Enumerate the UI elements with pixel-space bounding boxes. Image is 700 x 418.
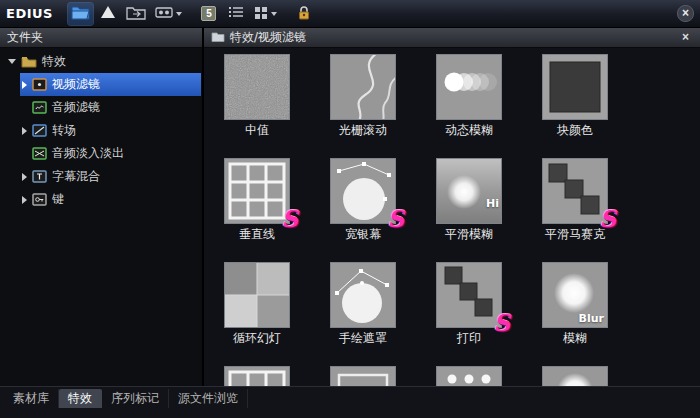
video-filters-icon (32, 78, 47, 91)
folder-icon (211, 31, 225, 45)
transitions-icon (32, 124, 47, 137)
effect-item[interactable]: 块颜色 (522, 55, 628, 159)
open-folder-icon (71, 5, 90, 23)
effect-item[interactable]: S 打印 (416, 263, 522, 367)
lock-icon (297, 5, 311, 23)
folder-export-icon (126, 5, 146, 23)
tree-item-video-filters[interactable]: 视频滤镜 (20, 73, 201, 96)
effect-item[interactable]: Hi 平滑模糊 (416, 159, 522, 263)
effect-item[interactable]: S 宽银幕 (310, 159, 416, 263)
print-effect-thumb[interactable]: S (437, 263, 501, 327)
effect-item[interactable]: S 垂直线 (204, 159, 310, 263)
main-toolbar: EDIUS 5 (0, 0, 700, 28)
folder-panel: 文件夹 特效 视频滤镜 音频 (0, 28, 202, 386)
effects-panel: 特效/视频滤镜 × 中值 光栅滚动 (204, 28, 700, 386)
preset-badge: S (599, 207, 616, 230)
effect-item[interactable] (416, 367, 522, 386)
effect-item[interactable]: Blur 模糊 (522, 263, 628, 367)
effect-thumb-partial[interactable] (225, 367, 289, 386)
stills-icon: 5 (201, 6, 216, 21)
effect-item[interactable]: 动态模糊 (416, 55, 522, 159)
widescreen-effect-thumb[interactable]: S (331, 159, 395, 223)
loop-slide-effect-thumb[interactable] (225, 263, 289, 327)
folder-panel-title: 文件夹 (7, 29, 43, 46)
list-view-button[interactable] (224, 3, 248, 25)
blur-effect-thumb[interactable]: Blur (543, 263, 607, 327)
grid-view-icon (254, 6, 268, 22)
title-mixer-icon (32, 170, 47, 183)
effect-item[interactable]: 循环幻灯 (204, 263, 310, 367)
list-view-icon (228, 6, 244, 21)
effect-label: 平滑马赛克 (545, 226, 605, 243)
expand-triangle-icon[interactable] (8, 59, 16, 64)
effect-label: 中值 (245, 122, 269, 139)
effect-item[interactable] (310, 367, 416, 386)
tab-asset-library[interactable]: 素材库 (4, 389, 59, 408)
panel-close-button[interactable]: × (678, 30, 693, 45)
effects-panel-title: 特效/视频滤镜 (230, 29, 306, 46)
collapse-triangle-icon[interactable] (22, 173, 27, 181)
audio-fade-icon (32, 147, 47, 160)
capture-dropdown-button[interactable] (152, 3, 185, 25)
thumbnail-view-dropdown-button[interactable] (251, 3, 280, 25)
tree-item-label: 音频滤镜 (52, 99, 100, 116)
block-color-effect-thumb[interactable] (543, 55, 607, 119)
effect-item[interactable] (522, 367, 628, 386)
effect-item[interactable] (204, 367, 310, 386)
hand-drawn-mask-effect-thumb[interactable] (331, 263, 395, 327)
tab-sequence-marker[interactable]: 序列标记 (102, 389, 169, 408)
effect-thumb-partial[interactable] (543, 367, 607, 386)
effect-item[interactable]: 中值 (204, 55, 310, 159)
smooth-mosaic-effect-thumb[interactable]: S (543, 159, 607, 223)
effect-item[interactable]: 手绘遮罩 (310, 263, 416, 367)
add-clip-button[interactable] (96, 3, 120, 25)
folder-view-button[interactable] (68, 3, 93, 25)
effect-label: 循环幻灯 (233, 330, 281, 347)
effect-overlay-text: Hi (486, 197, 499, 210)
edius-window: EDIUS 5 (0, 0, 700, 418)
capture-icon (155, 6, 173, 22)
effect-label: 模糊 (563, 330, 587, 347)
audio-filters-icon (32, 101, 47, 114)
export-folder-button[interactable] (123, 3, 149, 25)
motion-blur-effect-thumb[interactable] (437, 55, 501, 119)
tab-source-browser[interactable]: 源文件浏览 (169, 389, 248, 408)
tab-effects[interactable]: 特效 (59, 389, 102, 408)
median-effect-thumb[interactable] (225, 55, 289, 119)
vertical-lines-effect-thumb[interactable]: S (225, 159, 289, 223)
effect-label: 打印 (457, 330, 481, 347)
tree-item-keyers[interactable]: 键 (0, 188, 202, 211)
effects-grid: 中值 光栅滚动 动态模糊 (204, 48, 700, 386)
tree-item-effects[interactable]: 特效 (0, 50, 202, 73)
tree-item-audio-filters[interactable]: 音频滤镜 (0, 96, 202, 119)
tree-item-label: 视频滤镜 (52, 76, 100, 93)
window-close-button[interactable]: × (677, 5, 694, 22)
effect-label: 垂直线 (239, 226, 275, 243)
effect-item[interactable]: 光栅滚动 (310, 55, 416, 159)
effect-label: 手绘遮罩 (339, 330, 387, 347)
tree-item-transitions[interactable]: 转场 (0, 119, 202, 142)
smooth-blur-effect-thumb[interactable]: Hi (437, 159, 501, 223)
bottom-tab-bar: 素材库 特效 序列标记 源文件浏览 (0, 386, 700, 418)
preset-badge: S (387, 207, 404, 230)
tree-item-title-mixers[interactable]: 字幕混合 (0, 165, 202, 188)
effect-label: 块颜色 (557, 122, 593, 139)
raster-scroll-effect-thumb[interactable] (331, 55, 395, 119)
effect-thumb-partial[interactable] (437, 367, 501, 386)
folder-panel-header: 文件夹 (0, 28, 202, 48)
effect-thumb-partial[interactable] (331, 367, 395, 386)
folder-tree: 特效 视频滤镜 音频滤镜 转场 (0, 50, 202, 211)
effect-overlay-text: Blur (579, 312, 604, 325)
collapse-triangle-icon[interactable] (22, 127, 27, 135)
effect-label: 平滑模糊 (445, 226, 493, 243)
preset-badge: S (493, 311, 510, 334)
lock-button[interactable] (292, 3, 316, 25)
effects-folder-icon (21, 55, 37, 68)
tree-item-audio-crossfade[interactable]: 音频淡入淡出 (0, 142, 202, 165)
effect-item[interactable]: S 平滑马赛克 (522, 159, 628, 263)
stills-button[interactable]: 5 (197, 3, 221, 25)
triangle-icon (100, 5, 116, 22)
collapse-triangle-icon[interactable] (22, 196, 27, 204)
tree-item-label: 转场 (52, 122, 76, 139)
collapse-triangle-icon[interactable] (22, 81, 27, 89)
